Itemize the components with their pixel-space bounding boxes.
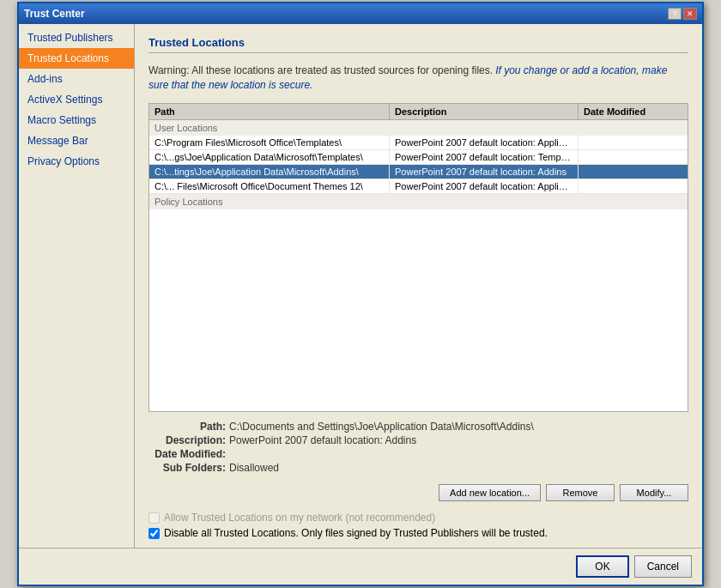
- sidebar-item-activex-settings[interactable]: ActiveX Settings: [19, 89, 134, 110]
- table-row[interactable]: C:\...tings\Joe\Application Data\Microso…: [149, 165, 688, 179]
- allow-network-checkbox[interactable]: [148, 512, 160, 524]
- description-value: PowerPoint 2007 default location: Addins: [229, 434, 688, 446]
- cell-date-modified: [579, 136, 688, 149]
- cell-date-modified: [579, 165, 688, 179]
- table-row[interactable]: C:\Program Files\Microsoft Office\Templa…: [149, 136, 688, 150]
- allow-network-row: Allow Trusted Locations on my network (n…: [148, 512, 688, 524]
- cancel-button[interactable]: Cancel: [634, 555, 692, 578]
- policy-locations-label: Policy Locations: [149, 194, 688, 209]
- checkboxes-section: Allow Trusted Locations on my network (n…: [148, 512, 688, 539]
- table-row[interactable]: C:\...gs\Joe\Application Data\Microsoft\…: [149, 150, 688, 165]
- remove-button[interactable]: Remove: [546, 484, 615, 501]
- date-modified-value: [229, 448, 688, 460]
- cell-path: C:\Program Files\Microsoft Office\Templa…: [149, 136, 390, 149]
- cell-description: PowerPoint 2007 default location: Templa…: [390, 150, 579, 164]
- cell-path: C:\...tings\Joe\Application Data\Microso…: [149, 165, 390, 179]
- disable-all-row: Disable all Trusted Locations. Only file…: [148, 527, 688, 539]
- help-button[interactable]: ?: [668, 8, 682, 20]
- cell-description: PowerPoint 2007 default location: Applic…: [390, 136, 579, 149]
- modify-button[interactable]: Modify...: [620, 484, 688, 501]
- path-value: C:\Documents and Settings\Joe\Applicatio…: [229, 421, 688, 433]
- table-row[interactable]: C:\... Files\Microsoft Office\Document T…: [149, 179, 688, 194]
- table-header: Path Description Date Modified: [149, 104, 688, 120]
- sidebar-item-message-bar[interactable]: Message Bar: [19, 130, 134, 151]
- col-path: Path: [149, 104, 390, 119]
- cell-date-modified: [579, 150, 688, 164]
- sub-folders-value: Disallowed: [229, 462, 688, 474]
- user-locations-label: User Locations: [149, 120, 688, 136]
- locations-table: Path Description Date Modified User Loca…: [148, 103, 688, 412]
- path-label: Path:: [148, 421, 226, 433]
- col-date-modified: Date Modified: [579, 104, 688, 119]
- info-section: Path: C:\Documents and Settings\Joe\Appl…: [148, 421, 688, 474]
- main-panel: Trusted Locations Warning: All these loc…: [135, 24, 702, 548]
- sidebar-item-macro-settings[interactable]: Macro Settings: [19, 110, 134, 130]
- cell-description: PowerPoint 2007 default location: Applic…: [390, 179, 579, 193]
- sidebar: Trusted PublishersTrusted LocationsAdd-i…: [19, 24, 135, 548]
- cell-path: C:\...gs\Joe\Application Data\Microsoft\…: [149, 150, 390, 164]
- dialog-content: Trusted PublishersTrusted LocationsAdd-i…: [19, 24, 702, 548]
- action-buttons: Add new location... Remove Modify...: [148, 484, 688, 501]
- sidebar-item-privacy-options[interactable]: Privacy Options: [19, 151, 134, 172]
- table-body: User Locations C:\Program Files\Microsof…: [149, 120, 688, 411]
- sidebar-item-trusted-locations[interactable]: Trusted Locations: [19, 48, 134, 69]
- date-modified-label: Date Modified:: [148, 448, 226, 460]
- cell-date-modified: [579, 179, 688, 193]
- disable-all-label: Disable all Trusted Locations. Only file…: [164, 527, 548, 539]
- disable-all-checkbox[interactable]: [148, 528, 160, 539]
- title-bar: Trust Center ? ✕: [19, 3, 702, 24]
- title-bar-buttons: ? ✕: [668, 8, 697, 20]
- cell-path: C:\... Files\Microsoft Office\Document T…: [149, 179, 390, 193]
- close-button[interactable]: ✕: [683, 8, 697, 20]
- sidebar-item-add-ins[interactable]: Add-ins: [19, 69, 134, 89]
- trust-center-dialog: Trust Center ? ✕ Trusted PublishersTrust…: [17, 2, 704, 586]
- allow-network-label: Allow Trusted Locations on my network (n…: [164, 512, 435, 524]
- dialog-title: Trust Center: [24, 8, 85, 20]
- ok-button[interactable]: OK: [576, 555, 628, 578]
- description-label: Description:: [148, 434, 226, 446]
- col-description: Description: [390, 104, 579, 119]
- sidebar-item-trusted-publishers[interactable]: Trusted Publishers: [19, 27, 134, 48]
- warning-text: Warning: All these locations are treated…: [148, 64, 688, 93]
- sub-folders-label: Sub Folders:: [148, 462, 226, 474]
- cell-description: PowerPoint 2007 default location: Addins: [390, 165, 579, 179]
- warning-normal: Warning: All these locations are treated…: [148, 64, 493, 76]
- bottom-buttons: OK Cancel: [19, 548, 702, 585]
- add-new-location-button[interactable]: Add new location...: [439, 484, 541, 501]
- panel-title: Trusted Locations: [148, 36, 688, 53]
